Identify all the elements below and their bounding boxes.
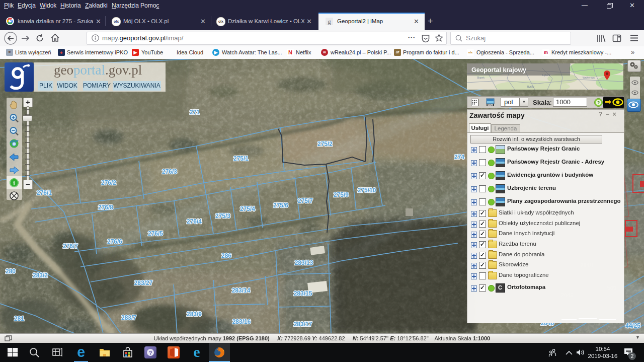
svg-text:276/4: 276/4 xyxy=(187,218,202,225)
svg-text:WMS: WMS xyxy=(488,104,493,107)
svg-text:275/1: 275/1 xyxy=(233,155,249,162)
svg-text:283/27: 283/27 xyxy=(134,279,153,286)
svg-text:283/2: 283/2 xyxy=(33,272,48,279)
svg-text:275/10: 275/10 xyxy=(358,187,376,194)
svg-text:?: ? xyxy=(149,350,152,356)
svg-text:283/17: 283/17 xyxy=(294,321,312,328)
svg-text:276/3: 276/3 xyxy=(162,168,177,175)
svg-text:275/4: 275/4 xyxy=(240,205,255,212)
svg-text:Wejherowo: Wejherowo xyxy=(583,76,595,79)
svg-text:275/9: 275/9 xyxy=(334,191,349,198)
svg-text:286: 286 xyxy=(221,252,231,259)
svg-text:276/7: 276/7 xyxy=(63,243,78,250)
svg-text:275/2: 275/2 xyxy=(317,140,333,148)
svg-text:276/5: 276/5 xyxy=(148,230,163,237)
svg-text:283/16: 283/16 xyxy=(232,318,251,325)
svg-text:271: 271 xyxy=(190,109,200,116)
svg-text:280: 280 xyxy=(6,268,16,275)
svg-text:?: ? xyxy=(597,100,600,105)
svg-text:283/9: 283/9 xyxy=(187,311,202,318)
svg-text:283/7: 283/7 xyxy=(121,314,136,321)
svg-text:276/1: 276/1 xyxy=(37,189,52,196)
svg-text:44/25: 44/25 xyxy=(625,322,640,329)
svg-text:275/7: 275/7 xyxy=(298,197,313,204)
svg-text:283/13: 283/13 xyxy=(295,259,313,266)
svg-text:Słupsk: Słupsk xyxy=(477,76,485,79)
svg-text:276/2: 276/2 xyxy=(101,179,116,186)
svg-text:Bytów: Bytów xyxy=(527,85,534,88)
svg-text:283/14: 283/14 xyxy=(232,287,251,294)
svg-text:274: 274 xyxy=(454,154,464,161)
svg-text:Geoportal krajowy: Geoportal krajowy xyxy=(471,66,526,74)
svg-text:283/15: 283/15 xyxy=(294,290,312,297)
svg-text:275/3: 275/3 xyxy=(215,212,230,220)
svg-text:276/8: 276/8 xyxy=(98,204,113,211)
svg-text:276/6: 276/6 xyxy=(107,238,122,245)
svg-text:275/6: 275/6 xyxy=(273,202,288,209)
svg-text:281: 281 xyxy=(14,315,24,322)
